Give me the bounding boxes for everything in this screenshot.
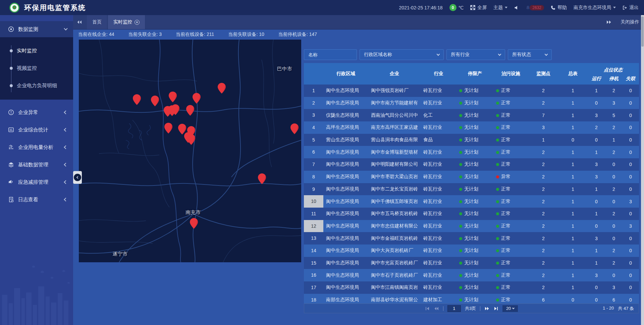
scrollbar-thumb[interactable] xyxy=(641,16,644,47)
col-lost[interactable]: 失联 xyxy=(622,76,639,82)
table-row[interactable]: 17阆中生态环境局阆中市江南镇阆南页岩砖瓦行业无计划正常21030 xyxy=(304,281,639,294)
tab-realtime-monitor[interactable]: 实时监控 ✕ xyxy=(108,15,145,29)
status-dot-icon xyxy=(459,212,462,215)
sidebar-section-enterprise-abnormal[interactable]: 企业异常 xyxy=(0,104,73,121)
cell-lost: 3 xyxy=(622,199,639,204)
cell-company: 阆中市光富页岩机砖厂 xyxy=(368,260,421,266)
region-filter-select[interactable]: 行政区域名称 xyxy=(360,49,444,60)
next-page-button[interactable] xyxy=(484,306,490,311)
table-row[interactable]: 12阆中生态环境局阆中市忠信建材有限公砖瓦行业无计划正常21003 xyxy=(304,220,639,232)
cell-region: 阆中生态环境局 xyxy=(323,211,368,217)
page-scrollbar[interactable] xyxy=(641,15,644,325)
sidebar-section-power-analysis[interactable]: 企业用电量分析 xyxy=(0,139,73,156)
table-row[interactable]: 6阆中生态环境局阆中市金博瑞新型墙材砖瓦行业无计划正常21120 xyxy=(304,146,639,158)
page-size-select[interactable]: 20 xyxy=(502,305,518,312)
sidebar-item-realtime-monitor[interactable]: 实时监控 xyxy=(0,42,73,59)
table-row[interactable]: 9阆中生态环境局阆中市二龙长宝页岩砖砖瓦行业无计划正常21120 xyxy=(304,183,639,196)
org-menu[interactable]: 南充市生态环境局 xyxy=(574,5,616,11)
table-row[interactable]: 5营山生态环境局营山县润丰肉食品有限食品无计划正常10010 xyxy=(304,134,639,146)
cell-total-meters: 1 xyxy=(558,211,587,216)
sidebar-section-enterprise-stats[interactable]: 企业综合统计 xyxy=(0,121,73,139)
cell-running: 1 xyxy=(587,186,605,192)
table-row[interactable]: 14阆中生态环境局阆中大兴页岩机砖厂砖瓦行业无计划正常21120 xyxy=(304,245,639,257)
notifications[interactable]: 2632 xyxy=(526,5,544,10)
cell-facility-status: 异常 xyxy=(493,174,528,180)
cell-industry: 砖瓦行业 xyxy=(421,284,457,290)
tabs-scroll-left-button[interactable] xyxy=(73,15,86,29)
table-row[interactable]: 16阆中生态环境局阆中市石子页岩机砖厂砖瓦行业无计划正常21300 xyxy=(304,269,639,281)
col-monitor-points[interactable]: 监测点 xyxy=(528,71,558,77)
cell-production-limit: 无计划 xyxy=(457,248,493,254)
bullet-icon xyxy=(10,67,13,70)
industry-filter-select[interactable]: 所有行业 xyxy=(446,49,505,60)
cell-running: 1 xyxy=(587,150,605,155)
col-stopped[interactable]: 停机 xyxy=(605,76,622,82)
tab-close-icon[interactable]: ✕ xyxy=(135,20,140,25)
cell-lost: 0 xyxy=(622,260,639,266)
tabs-scroll-right-button[interactable] xyxy=(602,20,615,24)
cell-monitor-points: 2 xyxy=(528,100,558,106)
logout-button[interactable]: 退出 xyxy=(623,5,639,11)
first-page-button[interactable] xyxy=(425,306,430,311)
chevron-left-icon xyxy=(64,110,67,114)
sidebar-section-logs[interactable]: 日志查看 xyxy=(0,191,73,208)
table-row[interactable]: 2阆中生态环境局阆中市南方节能建材有砖瓦行业无计划正常21030 xyxy=(304,97,639,109)
sidebar-section-data-monitor[interactable]: 数据监测 xyxy=(0,21,73,37)
theme-menu[interactable]: 主题 xyxy=(493,5,507,11)
page-number-input[interactable] xyxy=(447,305,461,312)
cell-row-number: 16 xyxy=(304,269,323,281)
last-page-button[interactable] xyxy=(494,306,498,311)
table-row[interactable]: 4高坪生态环境局南充市高坪区王家店建砖瓦行业无计划正常31220 xyxy=(304,121,639,134)
cell-company: 营山县润丰肉食品有限 xyxy=(368,137,421,143)
col-running[interactable]: 运行 xyxy=(587,76,605,82)
map-panel[interactable]: 巴中市南充市遂宁市 xyxy=(79,40,301,262)
sound-mute-button[interactable] xyxy=(514,5,519,10)
sidebar-section-label: 企业综合统计 xyxy=(18,127,48,133)
chevron-down-icon xyxy=(613,7,616,8)
table-row[interactable]: 11阆中生态环境局阆中市五马桥页岩机砖砖瓦行业无计划正常21120 xyxy=(304,208,639,220)
table-row[interactable]: 1阆中生态环境局阆中强锐页岩砖厂砖瓦行业无计划正常21120 xyxy=(304,85,639,97)
double-right-icon xyxy=(606,20,611,24)
fullscreen-button[interactable]: 全屏 xyxy=(470,5,487,11)
cell-total-meters: 1 xyxy=(558,100,587,106)
last-page-icon xyxy=(494,306,498,311)
cell-production-limit: 无计划 xyxy=(457,88,493,94)
cell-total-meters: 1 xyxy=(558,223,587,229)
table-row[interactable]: 10阆中生态环境局阆中千佛镇五郎垭页岩砖瓦行业无计划正常21003 xyxy=(304,195,639,208)
name-filter-input[interactable] xyxy=(308,52,353,57)
sidebar-item-video-monitor[interactable]: 视频监控 xyxy=(0,59,73,77)
table-row[interactable]: 15阆中生态环境局阆中市光富页岩机砖厂砖瓦行业无计划正常21120 xyxy=(304,257,639,269)
col-treatment-facility[interactable]: 治污设施 xyxy=(493,71,528,77)
col-company[interactable]: 企业 xyxy=(368,71,421,77)
name-filter-field[interactable] xyxy=(304,49,357,60)
collapse-circle xyxy=(74,174,81,181)
status-filter-select[interactable]: 所有状态 xyxy=(508,49,552,60)
help-button[interactable]: 帮助 xyxy=(551,5,567,11)
total-pages-label: 共3页 xyxy=(465,306,476,312)
sidebar-section-emergency[interactable]: 应急减排管理 xyxy=(0,173,73,191)
prev-page-button[interactable] xyxy=(434,306,439,311)
close-operations-button[interactable]: 关闭操作 xyxy=(621,19,639,25)
col-production-limit[interactable]: 停限产 xyxy=(457,71,493,77)
cell-stopped: 2 xyxy=(605,260,622,266)
col-industry[interactable]: 行业 xyxy=(421,71,457,77)
sidebar-item-label: 企业电力负荷明细 xyxy=(17,83,57,89)
table-row[interactable]: 7阆中生态环境局阆中明阳建材有限公司砖瓦行业无计划正常21300 xyxy=(304,158,639,171)
table-row[interactable]: 8阆中生态环境局阆中市枣碧大梁山页岩砖瓦行业无计划异常21300 xyxy=(304,171,639,183)
sidebar-section-base-data[interactable]: 基础数据管理 xyxy=(0,156,73,173)
cell-industry: 砖瓦行业 xyxy=(421,235,457,241)
col-region[interactable]: 行政区域 xyxy=(323,71,368,77)
cell-facility-status: 正常 xyxy=(493,112,528,118)
cell-region: 阆中生态环境局 xyxy=(323,272,368,278)
table-row[interactable]: 3仪陇生态环境局西南油气田分公司川中化工无计划正常71350 xyxy=(304,109,639,121)
cell-running: 3 xyxy=(587,162,605,167)
cell-industry: 砖瓦行业 xyxy=(421,149,457,155)
table-row[interactable]: 18南部生态环境局南部县砂华水泥有限公建材加工无计划正常60060 xyxy=(304,294,639,304)
map-collapse-handle[interactable] xyxy=(73,171,82,184)
cell-region: 阆中生态环境局 xyxy=(323,199,368,205)
tab-home[interactable]: 首页 xyxy=(87,15,107,29)
cell-production-limit: 无计划 xyxy=(457,297,493,303)
col-total-meters[interactable]: 总表 xyxy=(558,71,587,77)
sidebar-item-power-load-detail[interactable]: 企业电力负荷明细 xyxy=(0,77,73,94)
table-row[interactable]: 13阆中生态环境局阆中市金福旺页岩机砖砖瓦行业无计划正常21300 xyxy=(304,232,639,245)
